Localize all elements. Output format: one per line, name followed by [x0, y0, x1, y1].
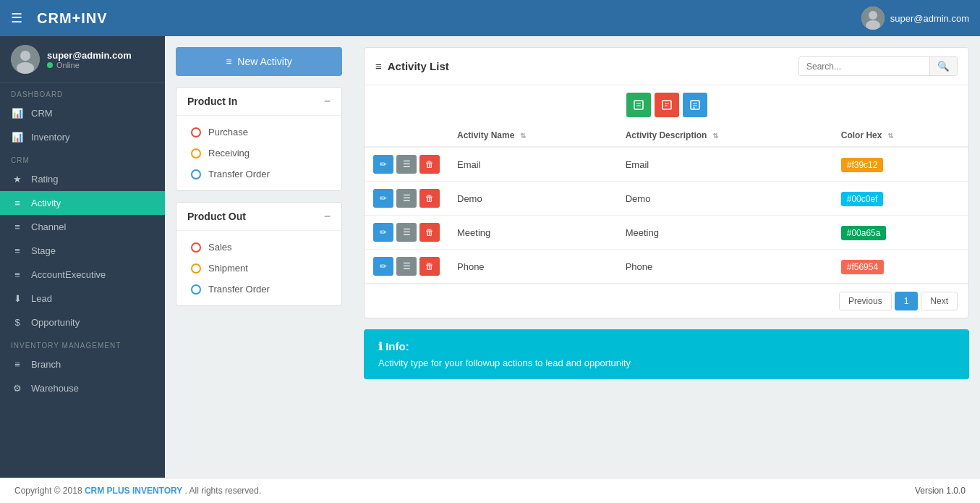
- table-cell-description: Meeting: [617, 216, 832, 250]
- sidebar-item-opportunity[interactable]: $ Opportunity: [0, 310, 165, 334]
- footer-brand: CRM PLUS INVENTORY: [85, 486, 182, 496]
- product-in-header: Product In −: [176, 88, 341, 116]
- sidebar-item-channel[interactable]: ≡ Channel: [0, 215, 165, 239]
- table-cell-actions: ✏ ☰ 🗑: [365, 147, 448, 182]
- action-btns: ✏ ☰ 🗑: [373, 155, 440, 174]
- color-badge: #f56954: [841, 260, 884, 274]
- view-button[interactable]: ☰: [396, 223, 417, 242]
- product-out-title: Product Out: [187, 211, 246, 222]
- next-page-button[interactable]: Next: [921, 292, 958, 310]
- view-button[interactable]: ☰: [396, 257, 417, 276]
- edit-button[interactable]: ✏: [373, 223, 393, 242]
- list-icon-header: ≡: [375, 60, 382, 72]
- sidebar-section-crm: CRM: [0, 149, 165, 167]
- content-area: ≡ New Activity Product In − Purchase Rec: [165, 36, 980, 478]
- search-button[interactable]: 🔍: [929, 57, 957, 75]
- action-btns: ✏ ☰ 🗑: [373, 189, 440, 208]
- edit-button[interactable]: ✏: [373, 189, 393, 208]
- channel-icon: ≡: [11, 221, 24, 232]
- circle-blue-icon-out: [191, 284, 201, 295]
- sidebar-item-inventory[interactable]: 📊 Inventory: [0, 125, 165, 149]
- sidebar-item-label: Activity: [31, 198, 61, 208]
- sidebar-item-activity[interactable]: ≡ Activity: [0, 191, 165, 215]
- product-in-item-transfer[interactable]: Transfer Order: [176, 164, 341, 185]
- sidebar-avatar: [11, 45, 40, 74]
- delete-button[interactable]: 🗑: [419, 223, 440, 242]
- sidebar-item-label: AccountExecutive: [31, 269, 106, 280]
- delete-button[interactable]: 🗑: [419, 189, 440, 208]
- table-cell-name: Phone: [448, 250, 617, 284]
- search-input[interactable]: [799, 58, 929, 75]
- sidebar-item-crm[interactable]: 📊 CRM: [0, 101, 165, 125]
- info-box-text: Activity type for your followup actions …: [378, 358, 955, 368]
- table-row: ✏ ☰ 🗑 Email Email #f39c12: [365, 147, 968, 182]
- product-in-item-purchase[interactable]: Purchase: [176, 122, 341, 143]
- table-cell-description: Demo: [617, 182, 832, 216]
- list-icon: ≡: [226, 56, 231, 67]
- product-in-item-receiving[interactable]: Receiving: [176, 143, 341, 164]
- product-out-item-shipment[interactable]: Shipment: [176, 258, 341, 279]
- left-panel: ≡ New Activity Product In − Purchase Rec: [165, 36, 353, 478]
- sidebar-item-warehouse[interactable]: ⚙ Warehouse: [0, 376, 165, 400]
- svg-rect-9: [662, 101, 671, 109]
- edit-button[interactable]: ✏: [373, 155, 393, 174]
- circle-red-icon: [191, 127, 201, 138]
- table-header: Activity Name ⇅ Activity Description ⇅ C…: [365, 124, 968, 147]
- color-hex-col-header[interactable]: Color Hex ⇅: [832, 124, 968, 147]
- delete-button[interactable]: 🗑: [419, 155, 440, 174]
- current-page-button[interactable]: 1: [895, 292, 919, 310]
- product-in-title: Product In: [187, 96, 237, 107]
- activity-desc-col-header[interactable]: Activity Description ⇅: [617, 124, 832, 147]
- table-cell-color: #00c0ef: [832, 182, 968, 216]
- sidebar-item-accountexecutive[interactable]: ≡ AccountExecutive: [0, 263, 165, 287]
- view-button[interactable]: ☰: [396, 155, 417, 174]
- svg-point-5: [17, 62, 34, 74]
- prev-page-button[interactable]: Previous: [839, 292, 892, 310]
- table-cell-description: Phone: [617, 250, 832, 284]
- opportunity-icon: $: [11, 317, 24, 328]
- menu-toggle-icon[interactable]: ☰: [11, 10, 22, 26]
- sidebar-item-rating[interactable]: ★ Rating: [0, 167, 165, 191]
- sidebar-item-label: Warehouse: [31, 383, 79, 394]
- edit-button[interactable]: ✏: [373, 257, 393, 276]
- product-in-collapse[interactable]: −: [324, 95, 331, 108]
- sidebar-item-lead[interactable]: ⬇ Lead: [0, 287, 165, 310]
- search-box: 🔍: [798, 56, 958, 76]
- color-badge: #00a65a: [841, 226, 887, 240]
- activity-list-title: ≡ Activity List: [375, 60, 449, 72]
- table-row: ✏ ☰ 🗑 Demo Demo #00c0ef: [365, 182, 968, 216]
- activity-list-card: ≡ Activity List 🔍: [364, 47, 969, 318]
- activity-name-col-header[interactable]: Activity Name ⇅: [448, 124, 617, 147]
- table-body: ✏ ☰ 🗑 Email Email #f39c12 ✏ ☰ 🗑 Demo Dem…: [365, 147, 968, 284]
- product-out-body: Sales Shipment Transfer Order: [176, 231, 341, 305]
- sidebar-item-label: Rating: [31, 174, 59, 185]
- product-in-card: Product In − Purchase Receiving Transfer…: [176, 87, 342, 191]
- circle-red-icon-out: [191, 242, 201, 253]
- export-excel-button[interactable]: [683, 93, 707, 117]
- sidebar-section-dashboard: Dashboard: [0, 83, 165, 101]
- sidebar-item-branch[interactable]: ≡ Branch: [0, 352, 165, 376]
- svg-rect-6: [634, 101, 643, 109]
- sidebar-section-inventory-management: INVENTORY MANAGEMENT: [0, 334, 165, 352]
- export-csv-button[interactable]: [626, 93, 651, 117]
- sidebar-status: Online: [47, 61, 132, 69]
- footer-version: Version 1.0.0: [915, 486, 966, 496]
- product-out-item-sales[interactable]: Sales: [176, 237, 341, 258]
- view-button[interactable]: ☰: [396, 189, 417, 208]
- product-out-collapse[interactable]: −: [324, 210, 331, 223]
- sidebar-item-label: Stage: [31, 245, 56, 256]
- accountexecutive-icon: ≡: [11, 269, 24, 280]
- table-cell-color: #f39c12: [832, 147, 968, 182]
- purchase-label: Purchase: [208, 127, 248, 138]
- color-badge: #f39c12: [841, 158, 884, 172]
- product-out-item-transfer[interactable]: Transfer Order: [176, 279, 341, 300]
- right-panel: ≡ Activity List 🔍: [353, 36, 980, 478]
- transfer-order-in-label: Transfer Order: [208, 169, 270, 179]
- export-pdf-button[interactable]: [655, 93, 679, 117]
- footer-copyright: Copyright © 2018 CRM PLUS INVENTORY . Al…: [14, 486, 261, 496]
- delete-button[interactable]: 🗑: [419, 257, 440, 276]
- star-icon: ★: [11, 174, 24, 185]
- activity-table: Activity Name ⇅ Activity Description ⇅ C…: [365, 124, 968, 284]
- sidebar-item-stage[interactable]: ≡ Stage: [0, 239, 165, 263]
- new-activity-button[interactable]: ≡ New Activity: [176, 47, 342, 76]
